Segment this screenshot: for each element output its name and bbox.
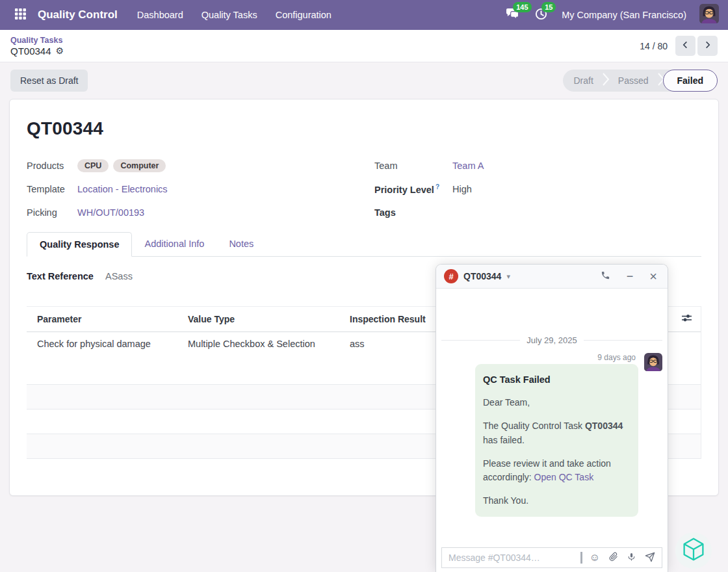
pager-previous-button[interactable] — [675, 36, 696, 56]
messages-menu-button[interactable]: 145 — [504, 7, 520, 23]
date-separator-label: July 29, 2025 — [526, 335, 577, 345]
chat-title[interactable]: QT00344 — [463, 271, 501, 281]
status-passed[interactable]: Passed — [608, 70, 659, 92]
channel-hash-icon: # — [444, 269, 458, 283]
emoji-button[interactable]: ☺ — [590, 552, 600, 563]
column-header-parameter[interactable]: Parameter — [27, 307, 177, 332]
message-record-ref: QT00344 — [585, 421, 623, 431]
microphone-icon — [627, 552, 636, 564]
record-name: QT00344 — [10, 46, 51, 57]
product-tag-cpu[interactable]: CPU — [77, 159, 109, 172]
breadcrumb-current: QT00344 ⚙ — [10, 46, 64, 57]
message-author-avatar — [644, 353, 662, 517]
activities-menu-button[interactable]: 15 — [533, 7, 549, 23]
chat-window: # QT00344 ▾ − × July 29, 2025 9 days ago… — [436, 264, 668, 572]
picking-link[interactable]: WH/OUT/00193 — [77, 207, 144, 218]
field-column-right: Team Team A Priority Level? High Tags — [374, 154, 701, 224]
minimize-icon: − — [627, 270, 634, 282]
pager-next-button[interactable] — [697, 36, 718, 56]
chat-composer: ☺ — [436, 543, 668, 572]
message-input[interactable] — [442, 552, 580, 563]
tab-notes[interactable]: Notes — [216, 232, 266, 256]
field-team: Team Team A — [374, 154, 701, 177]
team-link[interactable]: Team A — [452, 161, 484, 171]
field-picking: Picking WH/OUT/00193 — [27, 201, 374, 224]
attach-file-button[interactable] — [609, 552, 618, 564]
screen: Quality Control Dashboard Quality Tasks … — [0, 0, 728, 572]
help-question-icon: ? — [436, 183, 439, 190]
top-navbar: Quality Control Dashboard Quality Tasks … — [0, 0, 728, 30]
status-draft[interactable]: Draft — [563, 70, 603, 92]
voice-message-button[interactable] — [627, 552, 636, 564]
message-action: Please review it and take action accordi… — [483, 457, 630, 485]
message-subject: QC Task Failed — [483, 372, 630, 387]
field-label-picking: Picking — [27, 207, 77, 218]
field-column-left: Products CPU Computer Template Location … — [27, 154, 374, 224]
close-button[interactable]: × — [649, 270, 657, 283]
sliders-icon — [681, 313, 692, 326]
control-panel: Quality Tasks QT00344 ⚙ 14 / 80 — [0, 30, 728, 62]
app-name[interactable]: Quality Control — [38, 8, 118, 21]
minimize-button[interactable]: − — [627, 270, 634, 282]
call-button[interactable] — [601, 270, 610, 282]
settings-gear-icon[interactable]: ⚙ — [56, 46, 64, 56]
message-timestamp: 9 days ago — [597, 353, 636, 362]
field-group: Products CPU Computer Template Location … — [27, 154, 701, 224]
field-label-text-reference: Text Reference — [27, 271, 105, 281]
close-icon: × — [649, 270, 657, 283]
message-greeting: Dear Team, — [483, 396, 630, 410]
field-label-template: Template — [27, 184, 77, 194]
field-label-products: Products — [27, 161, 77, 171]
tab-quality-response[interactable]: Quality Response — [27, 232, 132, 257]
nav-item-configuration[interactable]: Configuration — [266, 10, 341, 20]
apps-menu-button[interactable] — [9, 4, 31, 26]
chat-message: 9 days ago QC Task Failed Dear Team, The… — [441, 353, 662, 517]
navbar-left: Quality Control Dashboard Quality Tasks … — [9, 4, 341, 26]
reset-as-draft-button[interactable]: Reset as Draft — [10, 70, 88, 92]
nav-item-dashboard[interactable]: Dashboard — [128, 10, 192, 20]
support-fab-button[interactable] — [675, 532, 712, 569]
chevron-down-icon[interactable]: ▾ — [506, 272, 510, 281]
column-header-value-type[interactable]: Value Type — [177, 307, 339, 332]
cell-parameter: Check for physical damage — [27, 332, 177, 356]
notebook-tabs: Quality Response Additional Info Notes — [27, 232, 701, 257]
pager-buttons — [675, 36, 718, 56]
company-switcher[interactable]: My Company (San Francisco) — [562, 10, 686, 20]
paperclip-icon — [609, 552, 618, 564]
message-closing: Thank You. — [483, 494, 630, 508]
chat-header: # QT00344 ▾ − × — [436, 265, 668, 289]
status-failed[interactable]: Failed — [663, 70, 718, 92]
field-priority-level: Priority Level? High — [374, 177, 701, 201]
user-avatar[interactable] — [699, 4, 719, 26]
optional-columns-button[interactable] — [672, 307, 701, 332]
apps-grid-icon — [14, 8, 27, 22]
field-label-team: Team — [374, 161, 452, 171]
composer-divider — [580, 552, 582, 564]
open-qc-task-link[interactable]: Open QC Task — [534, 472, 594, 482]
chat-header-actions: − × — [601, 270, 660, 283]
status-action-bar: Reset as Draft Draft Passed Failed — [0, 62, 728, 99]
field-tags: Tags — [374, 201, 701, 224]
product-tag-computer[interactable]: Computer — [113, 159, 166, 172]
navbar-right: 145 15 My Company (San Francisco) — [504, 4, 719, 26]
smiley-icon: ☺ — [590, 552, 600, 563]
message-column: 9 days ago QC Task Failed Dear Team, The… — [475, 353, 638, 517]
tab-additional-info[interactable]: Additional Info — [132, 232, 216, 256]
pager-value[interactable]: 14 / 80 — [640, 41, 668, 51]
breadcrumb: Quality Tasks QT00344 ⚙ — [10, 36, 64, 57]
field-label-tags: Tags — [374, 207, 452, 218]
send-button[interactable] — [645, 552, 655, 564]
chevron-left-icon — [682, 41, 689, 51]
breadcrumb-parent-link[interactable]: Quality Tasks — [10, 36, 64, 45]
composer-actions: ☺ — [590, 552, 662, 564]
composer-box: ☺ — [441, 547, 662, 568]
text-reference-value[interactable]: ASass — [105, 271, 133, 281]
priority-level-value[interactable]: High — [452, 184, 472, 194]
cell-value-type: Multiple Checkbox & Selection — [177, 332, 339, 356]
nav-item-quality-tasks[interactable]: Quality Tasks — [192, 10, 266, 20]
activities-count-badge: 15 — [541, 2, 556, 12]
chevron-right-icon — [704, 41, 711, 51]
phone-icon — [601, 270, 610, 282]
template-link[interactable]: Location - Electronics — [77, 184, 168, 194]
field-template: Template Location - Electronics — [27, 177, 374, 201]
